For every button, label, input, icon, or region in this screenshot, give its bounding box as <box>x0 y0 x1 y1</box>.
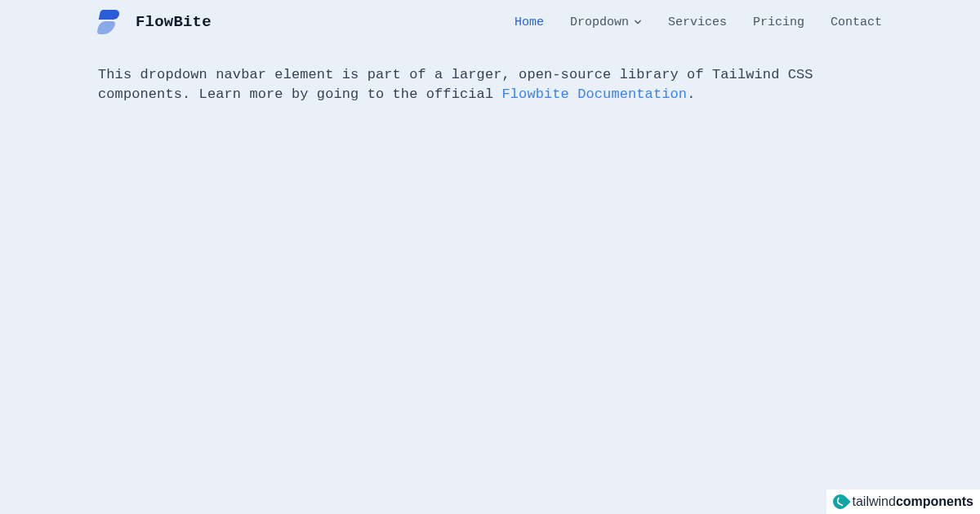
brand[interactable]: FlowBite <box>98 10 212 34</box>
documentation-link[interactable]: Flowbite Documentation <box>501 86 687 102</box>
nav-dropdown-label: Dropdown <box>570 16 629 29</box>
badge-text-1: tailwind <box>853 494 896 508</box>
badge-text: tailwindcomponents <box>853 494 973 509</box>
leaf-icon <box>830 491 850 512</box>
description-text: This dropdown navbar element is part of … <box>98 65 882 104</box>
tailwind-components-badge[interactable]: tailwindcomponents <box>826 490 980 514</box>
description-part1: This dropdown navbar element is part of … <box>98 67 813 102</box>
nav-pricing[interactable]: Pricing <box>753 16 804 29</box>
navbar: FlowBite Home Dropdown Services Pricing … <box>98 7 882 38</box>
brand-name: FlowBite <box>136 13 212 31</box>
nav-contact[interactable]: Contact <box>831 16 882 29</box>
nav-home[interactable]: Home <box>514 16 544 29</box>
badge-text-2: components <box>896 494 973 508</box>
nav-dropdown[interactable]: Dropdown <box>570 16 642 29</box>
chevron-down-icon <box>634 18 642 26</box>
nav-services[interactable]: Services <box>668 16 727 29</box>
nav-list: Home Dropdown Services Pricing Contact <box>514 16 882 29</box>
flowbite-logo-icon <box>98 10 121 34</box>
description-part2: . <box>687 86 695 102</box>
